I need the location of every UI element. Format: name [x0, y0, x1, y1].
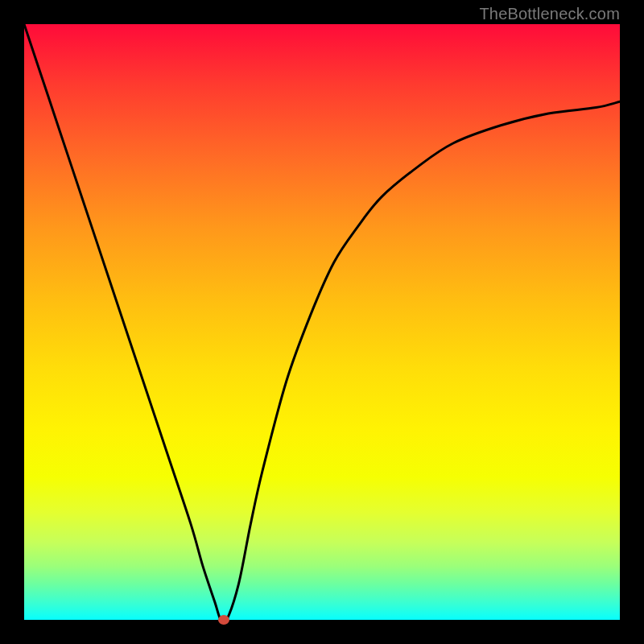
plot-area: [24, 24, 620, 620]
bottleneck-curve: [24, 24, 620, 620]
curve-layer: [24, 24, 620, 620]
watermark-text: TheBottleneck.com: [479, 5, 620, 23]
chart-stage: TheBottleneck.com: [0, 0, 644, 644]
optimal-point-marker: [218, 615, 229, 625]
